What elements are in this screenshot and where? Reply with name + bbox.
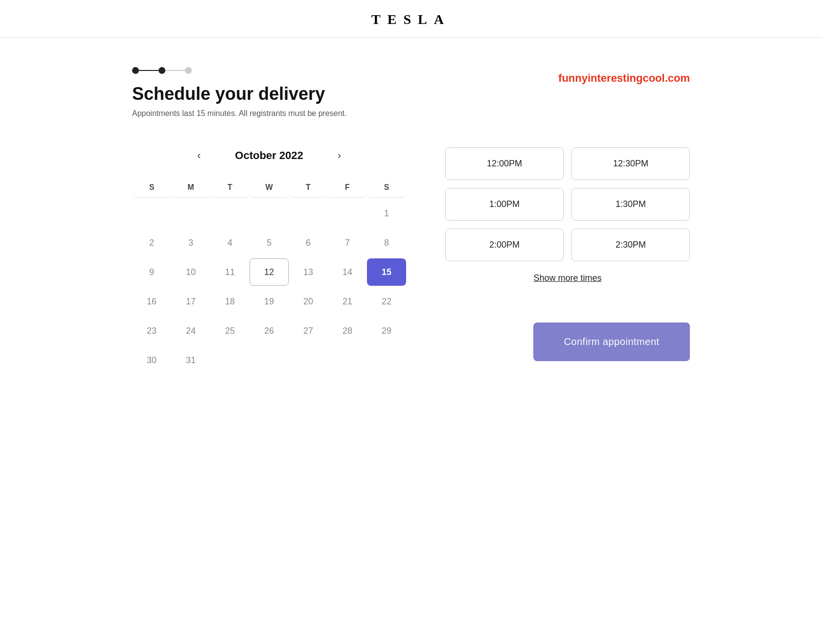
time-slot-130[interactable]: 1:30PM: [571, 188, 690, 221]
cal-day-3[interactable]: 3: [171, 229, 210, 256]
cal-day-empty: [367, 346, 406, 374]
cal-day-empty: [250, 346, 289, 374]
page-title: Schedule your delivery: [132, 84, 558, 104]
cal-day-15[interactable]: 15: [367, 258, 406, 286]
cal-day-21[interactable]: 21: [328, 288, 367, 315]
confirm-appointment-button[interactable]: Confirm appointment: [533, 322, 690, 361]
cal-day-28[interactable]: 28: [328, 317, 367, 345]
cal-day-empty: [289, 200, 328, 227]
cal-day-26[interactable]: 26: [250, 317, 289, 345]
cal-day-18[interactable]: 18: [210, 288, 250, 315]
day-header-thu: T: [289, 176, 328, 198]
prev-month-button[interactable]: ‹: [192, 147, 206, 164]
cal-day-30[interactable]: 30: [132, 346, 171, 374]
cal-day-1[interactable]: 1: [367, 200, 406, 227]
cal-day-2[interactable]: 2: [132, 229, 171, 256]
time-slot-200[interactable]: 2:00PM: [445, 229, 564, 261]
day-header-fri: F: [328, 176, 367, 198]
day-header-sat: S: [367, 176, 406, 198]
cal-day-8[interactable]: 8: [367, 229, 406, 256]
calendar-week-2: 2 3 4 5 6 7 8: [132, 229, 406, 256]
cal-day-27[interactable]: 27: [289, 317, 328, 345]
calendar-week-3: 9 10 11 12 13 14 15: [132, 258, 406, 286]
cal-day-empty: [328, 346, 367, 374]
step-line-1: [139, 70, 159, 71]
cal-day-22[interactable]: 22: [367, 288, 406, 315]
cal-day-empty: [250, 200, 289, 227]
calendar: ‹ October 2022 › S M T W T F S: [132, 147, 406, 376]
show-more-times-link[interactable]: Show more times: [445, 273, 690, 283]
cal-day-11[interactable]: 11: [210, 258, 250, 286]
confirm-row: Confirm appointment: [445, 322, 690, 361]
calendar-header: ‹ October 2022 ›: [132, 147, 406, 164]
cal-day-empty: [289, 346, 328, 374]
time-slots-panel: 12:00PM 12:30PM 1:00PM 1:30PM 2:00PM 2:3…: [445, 147, 690, 361]
cal-day-24[interactable]: 24: [171, 317, 210, 345]
cal-day-14[interactable]: 14: [328, 258, 367, 286]
cal-day-23[interactable]: 23: [132, 317, 171, 345]
cal-day-16[interactable]: 16: [132, 288, 171, 315]
calendar-month-year: October 2022: [235, 149, 303, 162]
calendar-week-1: 1: [132, 200, 406, 227]
cal-day-empty: [210, 200, 250, 227]
day-header-mon: M: [171, 176, 210, 198]
cal-day-25[interactable]: 25: [210, 317, 250, 345]
day-header-tue: T: [210, 176, 250, 198]
next-month-button[interactable]: ›: [333, 147, 346, 164]
calendar-week-5: 23 24 25 26 27 28 29: [132, 317, 406, 345]
time-grid: 12:00PM 12:30PM 1:00PM 1:30PM 2:00PM 2:3…: [445, 147, 690, 261]
tesla-logo: TESLA: [371, 12, 451, 27]
time-slot-230[interactable]: 2:30PM: [571, 229, 690, 261]
calendar-day-headers: S M T W T F S: [132, 176, 406, 198]
cal-day-5[interactable]: 5: [250, 229, 289, 256]
cal-day-empty: [171, 200, 210, 227]
calendar-week-4: 16 17 18 19 20 21 22: [132, 288, 406, 315]
cal-day-20[interactable]: 20: [289, 288, 328, 315]
step-dot-3: [185, 67, 192, 74]
cal-day-31[interactable]: 31: [171, 346, 210, 374]
watermark-text: funnyinterestingcool.com: [558, 72, 690, 85]
step-dot-1: [132, 67, 139, 74]
cal-day-4[interactable]: 4: [210, 229, 250, 256]
cal-day-6[interactable]: 6: [289, 229, 328, 256]
day-header-sun: S: [132, 176, 171, 198]
calendar-week-6: 30 31: [132, 346, 406, 374]
step-dot-2: [159, 67, 165, 74]
day-header-wed: W: [250, 176, 289, 198]
cal-day-17[interactable]: 17: [171, 288, 210, 315]
cal-day-empty: [132, 200, 171, 227]
cal-day-empty: [328, 200, 367, 227]
time-slot-100[interactable]: 1:00PM: [445, 188, 564, 221]
cal-day-29[interactable]: 29: [367, 317, 406, 345]
calendar-grid: S M T W T F S 1: [132, 176, 406, 374]
page-header: TESLA: [0, 0, 822, 38]
time-slot-1230[interactable]: 12:30PM: [571, 147, 690, 180]
cal-day-13[interactable]: 13: [289, 258, 328, 286]
cal-day-19[interactable]: 19: [250, 288, 289, 315]
step-line-2: [165, 70, 185, 71]
time-slot-1200[interactable]: 12:00PM: [445, 147, 564, 180]
cal-day-7[interactable]: 7: [328, 229, 367, 256]
cal-day-9[interactable]: 9: [132, 258, 171, 286]
cal-day-10[interactable]: 10: [171, 258, 210, 286]
cal-day-12[interactable]: 12: [250, 258, 289, 286]
cal-day-empty: [210, 346, 250, 374]
page-subtitle: Appointments last 15 minutes. All regist…: [132, 109, 558, 118]
progress-indicator: [132, 67, 558, 74]
